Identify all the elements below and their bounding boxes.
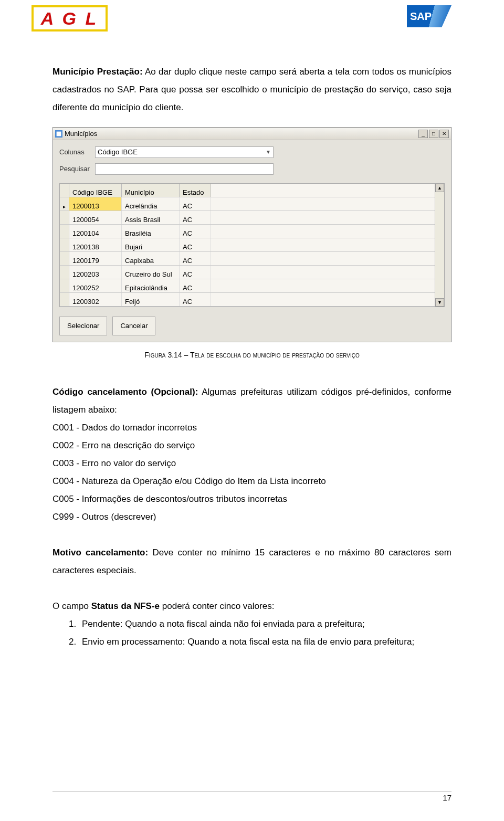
scroll-up-button[interactable]: ▲ bbox=[435, 184, 444, 192]
cell-codigo: 1200252 bbox=[69, 279, 122, 292]
agl-logo: A G L bbox=[32, 5, 108, 31]
selecionar-button[interactable]: Selecionar bbox=[59, 317, 107, 335]
code-item: C005 - Informações de descontos/outros t… bbox=[52, 490, 452, 508]
sap-logo: SAP bbox=[407, 5, 452, 27]
paragraph-codigo-cancelamento: Código cancelamento (Opcional): Algumas … bbox=[52, 383, 452, 419]
paragraph-motivo-cancelamento: Motivo cancelamento: Deve conter no míni… bbox=[52, 544, 452, 580]
cell-estado: AC bbox=[180, 293, 211, 306]
cell-codigo: 1200138 bbox=[69, 238, 122, 251]
vertical-scrollbar[interactable]: ▲ ▼ bbox=[435, 183, 445, 307]
text-status-post: poderá conter cinco valores: bbox=[160, 601, 274, 611]
cell-codigo: 1200104 bbox=[69, 225, 122, 238]
search-input[interactable] bbox=[95, 163, 274, 175]
label-status: Status da NFS-e bbox=[91, 601, 160, 611]
label-motivo: Motivo cancelamento: bbox=[52, 548, 148, 557]
cell-estado: AC bbox=[180, 211, 211, 224]
label-municipio-prestacao: Município Prestação: bbox=[52, 67, 143, 77]
window-button-area: Selecionar Cancelar bbox=[53, 311, 451, 342]
cell-estado: AC bbox=[180, 252, 211, 265]
code-item: C003 - Erro no valor do serviço bbox=[52, 455, 452, 472]
window-titlebar: Municípios _ □ ✕ bbox=[53, 128, 451, 140]
paragraph-municipio-prestacao: Município Prestação: Ao dar duplo clique… bbox=[52, 63, 452, 117]
table-row[interactable]: 1200054Assis BrasilAC bbox=[60, 211, 435, 225]
label-codigo-cancel: Código cancelamento (Opcional): bbox=[52, 387, 198, 397]
municipios-table: Código IBGE Município Estado 1200013Acre… bbox=[59, 183, 435, 307]
table-row[interactable]: 1200104BrasiléiaAC bbox=[60, 225, 435, 238]
scroll-down-button[interactable]: ▼ bbox=[435, 298, 444, 307]
page-footer: 17 bbox=[52, 792, 452, 802]
figure-caption: Figura 3.14 – Tela de escolha do municíp… bbox=[52, 348, 452, 362]
cell-codigo: 1200054 bbox=[69, 211, 122, 224]
code-item: C004 - Natureza da Operação e/ou Código … bbox=[52, 472, 452, 490]
table-header-row: Código IBGE Município Estado bbox=[60, 184, 435, 197]
table-row[interactable]: 1200013AcrelândiaAC bbox=[60, 197, 435, 211]
row-marker bbox=[60, 211, 69, 224]
col-header-municipio[interactable]: Município bbox=[122, 184, 180, 197]
label-colunas: Colunas bbox=[59, 145, 95, 159]
table-row[interactable]: 1200203Cruzeiro do SulAC bbox=[60, 266, 435, 279]
chevron-down-icon: ▼ bbox=[266, 147, 271, 157]
cell-municipio: Feijó bbox=[122, 293, 180, 306]
col-header-codigo[interactable]: Código IBGE bbox=[69, 184, 122, 197]
code-item: C002 - Erro na descrição do serviço bbox=[52, 437, 452, 455]
cell-municipio: Assis Brasil bbox=[122, 211, 180, 224]
cell-codigo: 1200179 bbox=[69, 252, 122, 265]
row-marker bbox=[60, 197, 69, 210]
list-item: Envio em processamento: Quando a nota fi… bbox=[79, 633, 452, 651]
cell-codigo: 1200203 bbox=[69, 266, 122, 279]
app-icon bbox=[55, 130, 62, 138]
row-marker bbox=[60, 225, 69, 238]
row-marker bbox=[60, 252, 69, 265]
cancelar-button[interactable]: Cancelar bbox=[112, 317, 155, 335]
cell-codigo: 1200302 bbox=[69, 293, 122, 306]
col-header-estado[interactable]: Estado bbox=[180, 184, 211, 197]
cell-estado: AC bbox=[180, 279, 211, 292]
cell-estado: AC bbox=[180, 197, 211, 210]
cell-estado: AC bbox=[180, 225, 211, 238]
cell-municipio: Cruzeiro do Sul bbox=[122, 266, 180, 279]
filter-row-pesquisar: Pesquisar bbox=[59, 162, 445, 176]
select-colunas[interactable]: Código IBGE ▼ bbox=[95, 146, 274, 158]
code-item: C999 - Outros (descrever) bbox=[52, 508, 452, 526]
table-row[interactable]: 1200179CapixabaAC bbox=[60, 252, 435, 266]
agl-logo-text: A G L bbox=[41, 8, 98, 29]
code-item: C001 - Dados do tomador incorretos bbox=[52, 419, 452, 437]
cell-codigo: 1200013 bbox=[69, 197, 122, 210]
cell-municipio: Brasiléia bbox=[122, 225, 180, 238]
svg-rect-1 bbox=[57, 131, 61, 136]
row-marker bbox=[60, 266, 69, 279]
cell-municipio: Acrelândia bbox=[122, 197, 180, 210]
table-wrap: Código IBGE Município Estado 1200013Acre… bbox=[53, 183, 451, 311]
minimize-button[interactable]: _ bbox=[418, 130, 428, 138]
table-row[interactable]: 1200138BujariAC bbox=[60, 238, 435, 252]
page-number: 17 bbox=[52, 793, 452, 802]
footer-divider bbox=[52, 792, 452, 792]
row-marker bbox=[60, 238, 69, 251]
cell-municipio: Epitaciolândia bbox=[122, 279, 180, 292]
maximize-button[interactable]: □ bbox=[429, 130, 438, 138]
text-status-pre: O campo bbox=[52, 601, 91, 611]
window-title: Municípios bbox=[65, 127, 97, 141]
list-item: Pendente: Quando a nota fiscal ainda não… bbox=[79, 615, 452, 633]
table-row[interactable]: 1200302FeijóAC bbox=[60, 293, 435, 307]
filter-area: Colunas Código IBGE ▼ Pesquisar bbox=[53, 140, 451, 183]
header-logos: A G L SAP bbox=[0, 0, 504, 31]
cell-municipio: Capixaba bbox=[122, 252, 180, 265]
sap-window: Municípios _ □ ✕ Colunas Código IBGE ▼ P… bbox=[52, 127, 452, 342]
status-ordered-list: Pendente: Quando a nota fiscal ainda não… bbox=[52, 615, 452, 651]
table-row[interactable]: 1200252EpitaciolândiaAC bbox=[60, 279, 435, 293]
select-colunas-value: Código IBGE bbox=[98, 145, 138, 159]
sap-logo-text: SAP bbox=[410, 10, 432, 23]
row-marker bbox=[60, 293, 69, 306]
codes-list: C001 - Dados do tomador incorretosC002 -… bbox=[52, 419, 452, 526]
table-header-marker bbox=[60, 184, 69, 197]
cell-estado: AC bbox=[180, 266, 211, 279]
row-marker bbox=[60, 279, 69, 292]
cell-municipio: Bujari bbox=[122, 238, 180, 251]
cell-estado: AC bbox=[180, 238, 211, 251]
paragraph-status-nfse: O campo Status da NFS-e poderá conter ci… bbox=[52, 597, 452, 615]
page-content: Município Prestação: Ao dar duplo clique… bbox=[0, 31, 504, 651]
close-button[interactable]: ✕ bbox=[439, 130, 449, 138]
filter-row-colunas: Colunas Código IBGE ▼ bbox=[59, 145, 445, 159]
label-pesquisar: Pesquisar bbox=[59, 162, 95, 176]
